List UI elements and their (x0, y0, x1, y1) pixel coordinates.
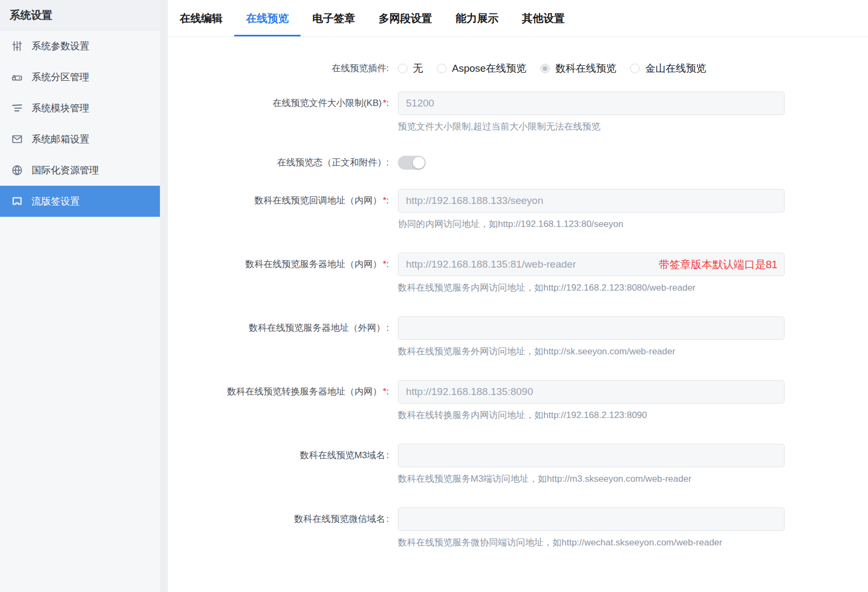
partition-lock-icon (11, 71, 24, 84)
radio-field-row: 在线预览插件: 无 Aspose在线预览 数科在线预览 金山在线预览 (168, 60, 868, 77)
text-input-wrap (398, 380, 785, 404)
text-input-wrap (398, 189, 785, 212)
input-field-row: 数科在线预览转换服务器地址（内网）*: 数科在线转换服务内网访问地址，如http… (168, 380, 868, 422)
sidebar-item-label: 系统参数设置 (32, 40, 89, 52)
sidebar-item[interactable]: 系统模块管理 (0, 93, 160, 124)
sidebar: 系统设置 系统参数设置 系统分区管理 系统模块管理 系统邮箱设置 国际化资源管理… (0, 0, 160, 592)
radio-option[interactable]: 金山在线预览 (630, 62, 706, 75)
field-label: 在线预览态（正文和附件）: (168, 155, 389, 171)
helper-text: 协同的内网访问地址，如http://192.168.1.123:80/seeyo… (398, 218, 785, 231)
field-label: 在线预览文件大小限制(KB)*: (168, 92, 389, 133)
input-field-row: 数科在线预览微信域名: 数科在线预览服务微协同端访问地址，如http://wec… (168, 507, 868, 549)
sidebar-items: 系统参数设置 系统分区管理 系统模块管理 系统邮箱设置 国际化资源管理 流版签设… (0, 31, 160, 592)
radio-option-label: Aspose在线预览 (452, 62, 526, 75)
sidebar-item[interactable]: 系统邮箱设置 (0, 124, 160, 155)
helper-text: 数科在线转换服务内网访问地址，如http://192.168.2.123:809… (398, 409, 785, 422)
radio-circle-icon (630, 64, 640, 73)
radio-option[interactable]: 无 (398, 62, 423, 75)
sidebar-divider (160, 0, 168, 592)
tab-在线预览[interactable]: 在线预览 (234, 0, 301, 36)
text-input[interactable] (398, 380, 785, 404)
text-input-wrap (398, 316, 785, 340)
sidebar-title: 系统设置 (0, 0, 160, 31)
text-input-wrap (398, 92, 785, 115)
text-input[interactable] (398, 444, 785, 467)
radio-circle-icon (437, 64, 447, 73)
text-input[interactable] (398, 92, 785, 115)
radio-option-label: 金山在线预览 (645, 62, 706, 75)
tab-多网段设置[interactable]: 多网段设置 (367, 0, 444, 36)
sidebar-item[interactable]: 系统分区管理 (0, 62, 160, 93)
helper-text: 数科在线预览服务外网访问地址，如http://sk.seeyon.com/web… (398, 345, 785, 358)
sidebar-item-label: 流版签设置 (32, 195, 80, 208)
tab-能力展示[interactable]: 能力展示 (444, 0, 510, 36)
text-input-wrap: 带签章版本默认端口是81 (398, 253, 785, 276)
field-label: 数科在线预览转换服务器地址（内网）*: (168, 380, 389, 422)
annotation-text: 带签章版本默认端口是81 (659, 257, 778, 272)
tab-其他设置[interactable]: 其他设置 (510, 0, 577, 36)
radio-group: 无 Aspose在线预览 数科在线预览 金山在线预览 (398, 60, 868, 77)
field-label: 数科在线预览服务器地址（内网）*: (168, 253, 389, 294)
module-list-icon (11, 102, 24, 115)
tab-在线编辑[interactable]: 在线编辑 (168, 0, 234, 36)
sidebar-item[interactable]: 系统参数设置 (0, 31, 160, 62)
text-input[interactable] (398, 507, 785, 531)
sidebar-item[interactable]: 国际化资源管理 (0, 155, 160, 186)
radio-option-label: 无 (413, 62, 423, 75)
toggle-knob-icon (413, 157, 425, 169)
monitor-icon (11, 195, 24, 208)
toggle-switch[interactable] (398, 156, 426, 170)
input-field-row: 数科在线预览服务器地址（外网）: 数科在线预览服务外网访问地址，如http://… (168, 316, 868, 358)
sliders-icon (11, 40, 24, 52)
input-field-row: 数科在线预览回调地址（内网）*: 协同的内网访问地址，如http://192.1… (168, 189, 868, 231)
radio-option[interactable]: Aspose在线预览 (437, 62, 526, 75)
mail-icon (11, 133, 24, 146)
field-label: 数科在线预览回调地址（内网）*: (168, 189, 389, 231)
sidebar-item[interactable]: 流版签设置 (0, 186, 160, 217)
settings-form: 在线预览插件: 无 Aspose在线预览 数科在线预览 金山在线预览 在线预览文… (168, 37, 868, 592)
tab-电子签章[interactable]: 电子签章 (301, 0, 367, 36)
globe-icon (11, 164, 24, 177)
text-input-wrap (398, 507, 785, 531)
tab-bar: 在线编辑在线预览电子签章多网段设置能力展示其他设置 (168, 0, 868, 37)
helper-text: 数科在线预览服务微协同端访问地址，如http://wechat.skseeyon… (398, 536, 785, 549)
helper-text: 数科在线预览服务内网访问地址，如http://192.168.2.123:808… (398, 282, 785, 294)
radio-circle-icon (398, 64, 408, 73)
sidebar-item-label: 系统分区管理 (32, 71, 89, 84)
input-field-row: 数科在线预览服务器地址（内网）*: 带签章版本默认端口是81 数科在线预览服务内… (168, 253, 868, 294)
input-field-row: 数科在线预览M3域名: 数科在线预览服务M3端访问地址，如http://m3.s… (168, 444, 868, 485)
text-input[interactable] (398, 316, 785, 340)
sidebar-item-label: 系统邮箱设置 (32, 133, 89, 146)
main-panel: 在线编辑在线预览电子签章多网段设置能力展示其他设置 在线预览插件: 无 Aspo… (168, 0, 868, 592)
text-input[interactable] (398, 189, 785, 212)
sidebar-item-label: 国际化资源管理 (32, 164, 99, 177)
helper-text: 数科在线预览服务M3端访问地址，如http://m3.skseeyon.com/… (398, 473, 785, 485)
text-input-wrap (398, 444, 785, 467)
field-label: 在线预览插件: (168, 60, 389, 77)
field-label: 数科在线预览服务器地址（外网）: (168, 316, 389, 358)
field-label: 数科在线预览M3域名: (168, 444, 389, 485)
radio-option[interactable]: 数科在线预览 (540, 62, 616, 75)
app-window: 系统设置 系统参数设置 系统分区管理 系统模块管理 系统邮箱设置 国际化资源管理… (0, 0, 868, 592)
field-label: 数科在线预览微信域名: (168, 507, 389, 549)
toggle-field-row: 在线预览态（正文和附件）: (168, 155, 868, 171)
radio-option-label: 数科在线预览 (555, 62, 616, 75)
helper-text: 预览文件大小限制,超过当前大小限制无法在线预览 (398, 120, 785, 133)
sidebar-item-label: 系统模块管理 (32, 102, 89, 115)
radio-circle-icon (540, 64, 550, 73)
input-field-row: 在线预览文件大小限制(KB)*: 预览文件大小限制,超过当前大小限制无法在线预览 (168, 92, 868, 133)
